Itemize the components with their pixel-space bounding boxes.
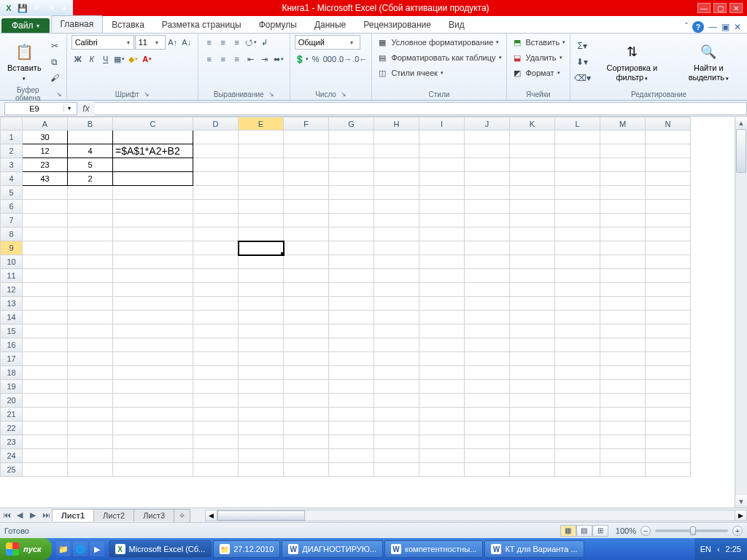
cell-E20[interactable] [239,394,284,408]
border-button[interactable]: ▦ [113,52,126,66]
cell-J23[interactable] [465,435,510,449]
cell-A25[interactable] [23,463,68,477]
cells-format-button[interactable]: ◩Формат ▾ [511,66,560,80]
cell-M1[interactable] [600,131,646,144]
percent-icon[interactable]: % [309,52,322,66]
cell-L11[interactable] [555,269,600,283]
row-header-7[interactable]: 7 [1,214,23,228]
cell-J2[interactable] [465,144,510,158]
cell-B12[interactable] [68,283,113,297]
col-header-F[interactable]: F [284,117,329,131]
cell-E22[interactable] [239,421,284,435]
formula-input[interactable] [95,102,747,115]
cell-I9[interactable] [419,241,465,255]
sheet-nav-next-icon[interactable]: ▶ [26,510,39,520]
cell-A2[interactable]: 12 [23,144,68,158]
cell-H10[interactable] [374,255,419,269]
cell-H14[interactable] [374,311,419,324]
cell-K16[interactable] [510,338,555,352]
cell-M23[interactable] [600,435,646,449]
col-header-J[interactable]: J [465,117,510,131]
cell-A3[interactable]: 23 [23,158,68,172]
decrease-decimal-icon[interactable]: .0← [352,52,367,66]
cell-H12[interactable] [374,283,419,297]
cell-F19[interactable] [284,380,329,394]
cell-A16[interactable] [23,338,68,352]
cell-D11[interactable] [193,269,239,283]
cell-H21[interactable] [374,408,419,421]
cell-L23[interactable] [555,435,600,449]
cell-N20[interactable] [646,394,691,408]
cell-E14[interactable] [239,311,284,324]
cell-B5[interactable] [68,186,113,200]
minimize-ribbon-icon[interactable]: ˆ [685,22,688,32]
cell-N2[interactable] [646,144,691,158]
cell-N3[interactable] [646,158,691,172]
cell-C2[interactable]: =$A$1*A2+B2 [113,144,193,158]
cell-C8[interactable] [113,228,193,241]
cell-A14[interactable] [23,311,68,324]
cell-M19[interactable] [600,380,646,394]
cell-L2[interactable] [555,144,600,158]
cell-E13[interactable] [239,297,284,311]
cell-F18[interactable] [284,366,329,380]
cell-M5[interactable] [600,186,646,200]
cell-J20[interactable] [465,394,510,408]
cell-styles-button[interactable]: ◫Стили ячеек ▾ [376,66,443,80]
cell-E21[interactable] [239,408,284,421]
qat-dropdown-icon[interactable]: ▾ [58,2,70,14]
cell-J3[interactable] [465,158,510,172]
cell-E9[interactable] [239,241,284,255]
cell-N11[interactable] [646,269,691,283]
cell-A17[interactable] [23,352,68,366]
cells-delete-button[interactable]: ⬓Удалить ▾ [511,50,562,65]
cell-E18[interactable] [239,366,284,380]
cell-C21[interactable] [113,408,193,421]
cell-L14[interactable] [555,311,600,324]
cell-B15[interactable] [68,324,113,338]
horizontal-scrollbar[interactable]: ◀ ▶ [205,510,747,521]
cell-K7[interactable] [510,214,555,228]
cell-E2[interactable] [239,144,284,158]
cell-J5[interactable] [465,186,510,200]
cell-C7[interactable] [113,214,193,228]
new-sheet-icon[interactable]: ✧ [174,509,190,522]
comma-icon[interactable]: 000 [323,52,336,66]
cell-I10[interactable] [419,255,465,269]
close-button[interactable]: ✕ [729,3,743,13]
cell-J25[interactable] [465,463,510,477]
cell-C6[interactable] [113,200,193,214]
row-header-5[interactable]: 5 [1,186,23,200]
scrollbar-thumb[interactable] [736,129,746,173]
col-header-H[interactable]: H [374,117,419,131]
cell-D17[interactable] [193,352,239,366]
cell-A21[interactable] [23,408,68,421]
cell-C17[interactable] [113,352,193,366]
format-painter-icon[interactable]: 🖌 [47,71,62,85]
cell-I6[interactable] [419,200,465,214]
row-header-21[interactable]: 21 [1,408,23,421]
workbook-restore-icon[interactable]: ▣ [721,22,729,32]
cell-A4[interactable]: 43 [23,172,68,186]
cell-D19[interactable] [193,380,239,394]
cell-N1[interactable] [646,131,691,144]
cell-C15[interactable] [113,324,193,338]
cell-H4[interactable] [374,172,419,186]
font-size-combo[interactable]: ▾ [135,35,166,50]
tab-file[interactable]: Файл [1,18,50,33]
cell-C23[interactable] [113,435,193,449]
cell-K13[interactable] [510,297,555,311]
redo-icon[interactable]: ↷ [44,2,56,14]
cell-I20[interactable] [419,394,465,408]
cell-C13[interactable] [113,297,193,311]
cell-H13[interactable] [374,297,419,311]
cell-J17[interactable] [465,352,510,366]
cell-J13[interactable] [465,297,510,311]
underline-button[interactable]: Ч [99,52,112,66]
cell-L18[interactable] [555,366,600,380]
cell-L16[interactable] [555,338,600,352]
cell-B3[interactable]: 5 [68,158,113,172]
cell-K11[interactable] [510,269,555,283]
font-color-button[interactable]: A [141,52,154,66]
cell-N23[interactable] [646,435,691,449]
